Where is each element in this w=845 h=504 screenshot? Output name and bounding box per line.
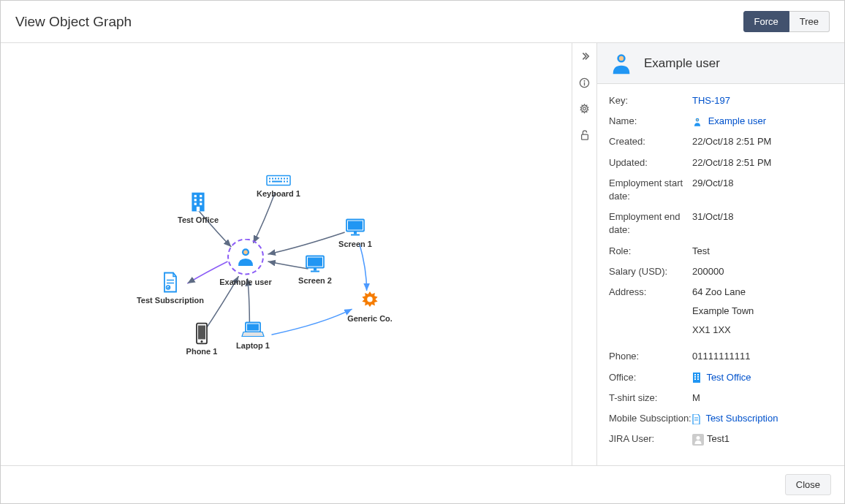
svg-rect-7 — [194, 203, 197, 205]
node-label: Screen 2 — [298, 276, 332, 285]
node-label: Keyboard 1 — [257, 189, 300, 198]
graph-node-screen1[interactable]: Screen 1 — [319, 218, 392, 248]
field-value-emp-end: 31/Oct/18 — [692, 210, 833, 237]
unlock-icon[interactable] — [579, 129, 591, 141]
svg-rect-13 — [275, 178, 276, 180]
svg-rect-34 — [198, 326, 205, 340]
field-value-key[interactable]: THS-197 — [692, 95, 730, 106]
detail-title: Example user — [644, 56, 720, 71]
svg-rect-51 — [694, 376, 696, 378]
gear-icon — [359, 290, 381, 312]
node-label: Generic Co. — [347, 314, 393, 323]
svg-point-45 — [619, 56, 624, 60]
field-value-role: Test — [692, 245, 833, 258]
svg-rect-28 — [314, 268, 317, 271]
modal-footer: Close — [1, 465, 844, 503]
node-label: Phone 1 — [186, 347, 218, 356]
svg-rect-19 — [272, 181, 282, 183]
close-button[interactable]: Close — [785, 474, 831, 495]
svg-rect-32 — [247, 324, 259, 331]
field-label-key: Key: — [609, 94, 692, 107]
node-label: Laptop 1 — [236, 341, 270, 350]
info-icon[interactable] — [579, 77, 591, 88]
expand-panel-icon[interactable] — [579, 50, 591, 62]
svg-rect-9 — [197, 207, 200, 211]
graph-node-phone[interactable]: Phone 1 — [165, 323, 238, 356]
field-value-jira: Test1 — [707, 433, 730, 444]
svg-point-1 — [243, 251, 248, 255]
monitor-icon — [345, 218, 365, 237]
document-icon — [162, 272, 179, 294]
field-value-emp-start: 29/Oct/18 — [692, 177, 833, 203]
graph-node-keyboard[interactable]: Keyboard 1 — [242, 174, 315, 198]
person-icon — [609, 51, 634, 76]
field-value-updated: 22/Oct/18 2:51 PM — [692, 156, 833, 169]
field-label-tshirt: T-shirt size: — [609, 392, 692, 405]
svg-point-30 — [367, 297, 373, 302]
svg-point-42 — [583, 107, 586, 110]
svg-rect-27 — [308, 258, 322, 267]
modal-header: View Object Graph Force Tree — [1, 1, 844, 43]
svg-rect-25 — [351, 234, 360, 236]
node-label: Example user — [219, 278, 272, 286]
field-label-mobile-sub: Mobile Subsciption: — [609, 412, 692, 425]
building-icon — [189, 191, 208, 213]
graph-node-screen2[interactable]: Screen 2 — [278, 255, 352, 285]
modal-title: View Object Graph — [15, 14, 132, 30]
field-value-phone: 01111111111 — [692, 350, 833, 363]
phone-icon — [195, 323, 208, 345]
svg-point-40 — [584, 80, 586, 81]
svg-point-35 — [201, 340, 203, 343]
side-toolbar — [572, 43, 597, 465]
svg-rect-41 — [584, 82, 585, 85]
force-layout-button[interactable]: Force — [743, 11, 789, 32]
node-label: Test Office — [178, 215, 219, 224]
detail-body[interactable]: Key: THS-197 Name: Example user Created:… — [597, 84, 844, 465]
svg-rect-54 — [697, 378, 699, 380]
svg-rect-3 — [194, 195, 197, 197]
svg-rect-4 — [200, 195, 202, 197]
graph-node-example-user[interactable]: Example user — [209, 239, 282, 286]
svg-rect-49 — [694, 374, 696, 375]
layout-toggle: Force Tree — [743, 11, 830, 32]
modal-body: Example user Test Office — [1, 43, 844, 465]
graph-node-test-office[interactable]: Test Office — [162, 191, 235, 224]
svg-rect-52 — [697, 376, 699, 378]
field-label-salary: Salary (USD): — [609, 265, 692, 278]
svg-rect-16 — [284, 178, 285, 180]
svg-rect-15 — [281, 178, 282, 180]
graph-node-test-subscription[interactable]: Test Subscription — [134, 272, 207, 305]
field-label-role: Role: — [609, 245, 692, 258]
monitor-icon — [305, 255, 325, 274]
field-label-emp-start: Employment start date: — [609, 177, 692, 203]
svg-rect-20 — [284, 181, 285, 183]
svg-rect-10 — [267, 176, 290, 186]
graph-node-generic-co[interactable]: Generic Co. — [333, 290, 406, 323]
field-label-jira: JIRA User: — [609, 432, 692, 446]
person-icon — [235, 246, 257, 268]
field-label-created: Created: — [609, 135, 692, 148]
view-object-graph-modal: View Object Graph Force Tree — [0, 0, 845, 504]
field-value-address: 64 Zoo Lane Example Town XX1 1XX — [692, 286, 833, 343]
settings-icon[interactable] — [579, 103, 591, 115]
field-label-name: Name: — [609, 115, 692, 128]
field-value-office[interactable]: Test Office — [706, 372, 751, 383]
tree-layout-button[interactable]: Tree — [789, 11, 830, 32]
document-icon — [692, 414, 700, 424]
field-value-mobile-sub[interactable]: Test Subscription — [705, 413, 778, 424]
field-value-name[interactable]: Example user — [708, 115, 766, 126]
field-value-tshirt: M — [692, 392, 833, 405]
svg-rect-48 — [693, 373, 700, 383]
svg-rect-14 — [278, 178, 279, 180]
svg-rect-50 — [697, 374, 699, 375]
graph-canvas[interactable]: Example user Test Office — [1, 43, 572, 465]
svg-rect-5 — [194, 199, 197, 201]
field-label-phone: Phone: — [609, 350, 692, 363]
node-label: Test Subscription — [137, 296, 204, 305]
svg-rect-43 — [581, 134, 588, 140]
person-icon — [692, 117, 702, 127]
keyboard-icon — [266, 174, 291, 187]
field-label-office: Office: — [609, 371, 692, 384]
svg-rect-8 — [200, 203, 202, 205]
field-value-salary: 200000 — [692, 265, 833, 278]
